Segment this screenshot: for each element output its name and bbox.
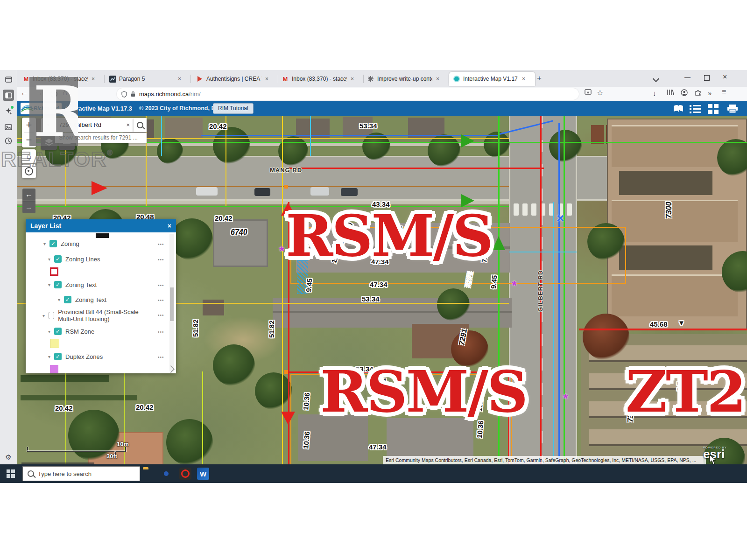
layer-menu-icon[interactable]: ••• bbox=[158, 242, 164, 247]
tab-close-icon[interactable]: × bbox=[350, 76, 355, 82]
word-icon: W bbox=[197, 468, 209, 480]
layer-row-rsm-zone[interactable]: ▾ ✓ RSM Zone bbox=[48, 328, 94, 335]
panel-scrollbar[interactable] bbox=[169, 234, 174, 371]
rim-tutorial-button[interactable]: RIM Tutorial bbox=[213, 103, 254, 114]
expand-caret-icon[interactable]: ▾ bbox=[42, 313, 45, 318]
previous-extent-button[interactable]: ← bbox=[22, 189, 35, 201]
tree bbox=[428, 134, 460, 167]
tab-close-icon[interactable]: × bbox=[521, 76, 526, 82]
layer-row-zoning[interactable]: ▾ ✓ Zoning bbox=[43, 240, 79, 247]
zoom-out-button[interactable]: − bbox=[22, 133, 36, 147]
account-icon[interactable] bbox=[681, 89, 688, 98]
restore-button[interactable] bbox=[704, 75, 710, 82]
layer-menu-icon[interactable]: ••• bbox=[158, 257, 164, 262]
save-page-icon[interactable] bbox=[585, 89, 592, 97]
word-button[interactable]: W bbox=[197, 468, 209, 480]
search-suggestion[interactable]: Show search results for 7291 ... bbox=[55, 133, 147, 143]
app-menu-icon[interactable]: ≡ bbox=[722, 88, 726, 96]
layer-row-zoning-text[interactable]: ▾ ✓ Zoning Text bbox=[48, 281, 97, 288]
layer-menu-icon[interactable]: ••• bbox=[158, 329, 164, 335]
scale-bar: 10m 30ft bbox=[27, 441, 134, 461]
expand-caret-icon[interactable]: ▾ bbox=[48, 282, 50, 287]
layer-checkbox[interactable]: ✓ bbox=[54, 281, 62, 288]
tracking-shield-icon bbox=[121, 91, 127, 98]
sidebar-settings-gear-icon[interactable]: ⚙ bbox=[3, 452, 14, 463]
library-icon[interactable] bbox=[667, 89, 674, 97]
new-tab-button[interactable]: + bbox=[537, 74, 542, 83]
layer-checkbox[interactable]: ✓ bbox=[54, 328, 62, 335]
layer-checkbox-unchecked[interactable] bbox=[49, 312, 54, 319]
tab-authentisigns[interactable]: Authentisigns | CREA WEBForm × bbox=[192, 72, 278, 86]
start-button[interactable] bbox=[0, 464, 22, 483]
forward-button[interactable]: → bbox=[35, 89, 43, 97]
downloads-icon[interactable]: ↓ bbox=[653, 89, 656, 97]
expand-caret-icon[interactable]: ▾ bbox=[48, 354, 50, 359]
list-all-tabs-icon[interactable] bbox=[654, 76, 658, 83]
brand-name: Richmond bbox=[34, 105, 59, 111]
layer-menu-icon[interactable]: ••• bbox=[158, 313, 164, 318]
ai-chat-icon[interactable] bbox=[3, 105, 14, 117]
expand-caret-icon[interactable]: ▾ bbox=[48, 329, 50, 334]
layer-menu-icon[interactable]: ••• bbox=[158, 355, 164, 360]
layer-checkbox[interactable]: ✓ bbox=[54, 255, 62, 263]
tab-writeup[interactable]: Improve write-up content × bbox=[363, 72, 449, 86]
basemap-grid-icon[interactable] bbox=[708, 104, 720, 113]
acrobat-button[interactable] bbox=[179, 468, 191, 480]
tab-inbox-2[interactable]: M Inbox (83,370) - stacey6048364 × bbox=[278, 72, 364, 86]
zoning-line-green bbox=[564, 116, 565, 464]
layer-row-bill44[interactable]: ▾ Provincial Bill 44 (Small-Scale Multi-… bbox=[42, 308, 155, 322]
default-extent-button[interactable]: ⌂ bbox=[22, 149, 36, 163]
url-bar[interactable]: maps.richmond.ca/rim/ bbox=[117, 88, 579, 100]
scrollbar-thumb[interactable] bbox=[170, 287, 174, 321]
minimize-button[interactable]: — bbox=[684, 74, 691, 81]
next-extent-button[interactable]: → bbox=[22, 201, 35, 213]
search-submit-button[interactable] bbox=[134, 118, 147, 132]
layer-list-panel: Layer List × ▾ ✓ Zoning ••• ▾ ✓ Zoning L… bbox=[26, 219, 176, 373]
bookmarks-icon[interactable] bbox=[672, 104, 684, 113]
reload-button[interactable] bbox=[50, 91, 57, 98]
sidebar-panel-icon[interactable] bbox=[3, 90, 14, 101]
layer-checkbox[interactable]: ✓ bbox=[49, 240, 57, 247]
tab-close-icon[interactable]: × bbox=[91, 76, 96, 82]
layer-row-zoning-text-nested[interactable]: ▾ ✓ Zoning Text bbox=[58, 296, 106, 303]
layer-row-duplex-zones[interactable]: ▾ ✓ Duplex Zones bbox=[48, 353, 103, 360]
layer-menu-icon[interactable]: ••• bbox=[158, 283, 164, 288]
layer-row-zoning-lines[interactable]: ▾ ✓ Zoning Lines bbox=[48, 255, 100, 263]
map-search-input[interactable]: 7291 Gilbert Rd × bbox=[55, 118, 134, 132]
clear-search-icon[interactable]: × bbox=[126, 121, 130, 128]
search-source-dropdown[interactable]: ▾ bbox=[41, 118, 55, 132]
tab-close-icon[interactable]: × bbox=[435, 76, 440, 82]
zoom-in-button[interactable]: + bbox=[22, 118, 36, 132]
layer-menu-icon[interactable]: ••• bbox=[158, 298, 164, 303]
legend-list-icon[interactable] bbox=[690, 104, 702, 113]
screenshot-icon[interactable] bbox=[3, 121, 14, 133]
taskbar-search-box[interactable]: Type here to search bbox=[22, 466, 140, 481]
layer-checkbox[interactable]: ✓ bbox=[64, 296, 71, 303]
layer-checkbox[interactable]: ✓ bbox=[54, 353, 62, 360]
layers-button[interactable] bbox=[41, 134, 57, 150]
tab-overview-icon[interactable] bbox=[3, 74, 14, 85]
close-panel-icon[interactable]: × bbox=[168, 219, 171, 232]
expand-caret-icon[interactable]: ▾ bbox=[43, 241, 46, 246]
layer-list-header[interactable]: Layer List × bbox=[26, 219, 176, 232]
window-close-button[interactable]: × bbox=[723, 73, 727, 81]
history-clock-icon[interactable] bbox=[3, 135, 14, 147]
measurement-label: 47.34 bbox=[370, 280, 388, 288]
layer-list-body: ▾ ✓ Zoning ••• ▾ ✓ Zoning Lines ••• ▾ ✓ … bbox=[26, 232, 176, 373]
tab-interactive-map-active[interactable]: Interactive Map V1.17.3 × bbox=[449, 72, 535, 86]
tab-paragon[interactable]: Paragon 5 × bbox=[105, 72, 191, 86]
expand-caret-icon[interactable]: ▾ bbox=[48, 257, 50, 262]
tab-close-icon[interactable]: × bbox=[177, 76, 182, 82]
app-title: Interactive Map V1.17.3 bbox=[65, 105, 132, 112]
extension-icon[interactable] bbox=[695, 89, 702, 97]
richmond-logo[interactable]: Richmond bbox=[21, 103, 62, 114]
expand-caret-icon[interactable]: ▾ bbox=[58, 297, 60, 302]
tab-inbox-1[interactable]: M Inbox (83,370) - stacey6048364 × bbox=[19, 72, 105, 86]
overflow-menu-icon[interactable]: » bbox=[708, 89, 712, 97]
home-button[interactable]: ⌂ bbox=[63, 89, 67, 97]
back-button[interactable]: ← bbox=[21, 89, 28, 97]
tab-close-icon[interactable]: × bbox=[264, 76, 269, 82]
my-location-button[interactable] bbox=[22, 164, 36, 178]
print-icon[interactable] bbox=[726, 104, 739, 113]
bookmark-star-icon[interactable]: ☆ bbox=[597, 88, 603, 97]
